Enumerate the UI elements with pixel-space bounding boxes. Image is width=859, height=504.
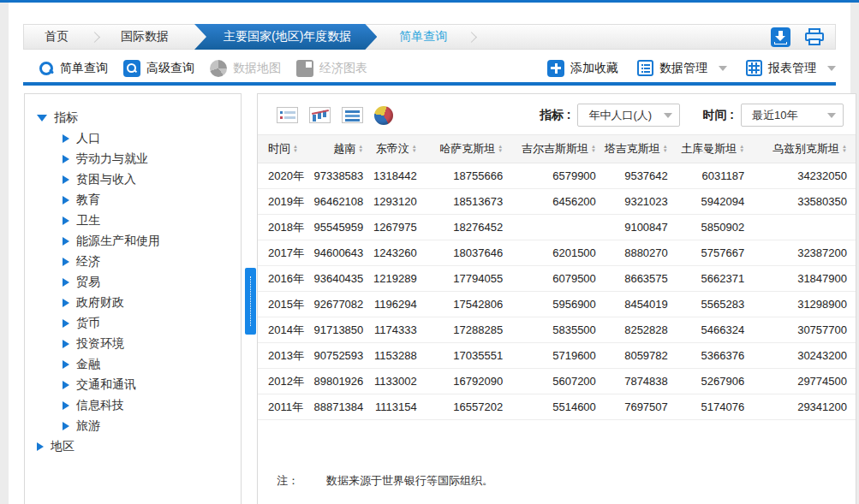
caret-down-icon — [827, 66, 836, 71]
print-icon[interactable] — [804, 27, 825, 47]
time-select[interactable]: 最近10年 — [741, 104, 844, 127]
column-header[interactable]: 塔吉克斯坦▲▼ — [605, 135, 677, 163]
advanced-query-button[interactable]: 高级查询 — [123, 60, 194, 77]
value-cell: 18513673 — [426, 189, 511, 215]
sort-icon[interactable]: ▲▼ — [663, 145, 668, 153]
value-cell: 93640435 — [313, 266, 372, 292]
value-cell: 34232050 — [753, 163, 856, 189]
column-header[interactable]: 土库曼斯坦▲▼ — [677, 135, 753, 163]
report-management-dropdown[interactable]: 报表管理 — [746, 60, 836, 76]
column-header[interactable]: 东帝汶▲▼ — [372, 135, 425, 163]
breadcrumb-annual-data-active[interactable]: 主要国家(地区)年度数据 — [194, 24, 377, 50]
column-header[interactable]: 时间▲▼ — [258, 135, 313, 163]
column-header-label: 东帝汶 — [376, 141, 409, 157]
year-cell: 2014年 — [258, 317, 313, 343]
value-cell: 17794055 — [426, 266, 511, 292]
tree-root-region[interactable]: 地区 — [37, 436, 241, 457]
value-cell: 89801926 — [313, 369, 372, 394]
value-cell: 5942094 — [677, 189, 753, 215]
year-cell: 2016年 — [258, 266, 313, 292]
pie-chart-view-icon[interactable] — [374, 106, 393, 125]
year-cell: 2020年 — [258, 163, 313, 189]
tree-item-label: 旅游 — [76, 418, 100, 434]
column-header[interactable]: 越南▲▼ — [313, 135, 372, 163]
sort-icon[interactable]: ▲▼ — [739, 145, 744, 153]
sort-icon[interactable]: ▲▼ — [498, 145, 503, 153]
advanced-search-icon — [123, 60, 140, 77]
column-header[interactable]: 乌兹别克斯坦▲▼ — [753, 135, 856, 163]
value-cell: 6079500 — [511, 266, 605, 292]
tree-item[interactable]: 交通和通讯 — [63, 375, 241, 395]
add-favorite-button[interactable]: 添加收藏 — [547, 60, 618, 77]
tree-item[interactable]: 旅游 — [63, 416, 241, 436]
year-cell: 2017年 — [258, 240, 313, 266]
year-cell: 2013年 — [258, 343, 313, 369]
horizontal-bar-view-icon[interactable] — [342, 107, 363, 123]
tree-item[interactable]: 金融 — [63, 354, 241, 375]
tree-item-label: 经济 — [76, 254, 100, 270]
breadcrumb-international-data[interactable]: 国际数据 — [100, 29, 189, 44]
sort-icon[interactable]: ▲▼ — [293, 145, 298, 153]
column-header-label: 吉尔吉斯斯坦 — [522, 141, 588, 157]
panel-resize-handle[interactable] — [245, 268, 256, 335]
simple-query-button[interactable]: 简单查询 — [39, 61, 108, 76]
map-globe-icon — [210, 60, 227, 77]
column-header[interactable]: 吉尔吉斯斯坦▲▼ — [511, 135, 605, 163]
value-cell: 9100847 — [605, 215, 677, 240]
tree-item[interactable]: 投资环境 — [63, 334, 241, 354]
tree-item-label: 政府财政 — [76, 295, 124, 311]
year-cell: 2015年 — [258, 292, 313, 317]
tree-item[interactable]: 贫困与收入 — [63, 169, 241, 190]
add-favorite-label: 添加收藏 — [570, 61, 618, 76]
tree-item[interactable]: 政府财政 — [63, 293, 241, 313]
value-cell: 8252828 — [605, 317, 677, 343]
sort-icon[interactable]: ▲▼ — [842, 145, 847, 153]
sort-icon[interactable]: ▲▼ — [358, 145, 363, 153]
value-cell: 8059782 — [605, 343, 677, 369]
value-cell: 96462108 — [313, 189, 372, 215]
column-header-label: 越南 — [333, 141, 355, 157]
tree-item[interactable]: 贸易 — [63, 272, 241, 293]
value-cell: 1293120 — [372, 189, 425, 215]
tree-item[interactable]: 教育 — [63, 190, 241, 210]
triangle-right-icon — [63, 299, 69, 307]
download-icon[interactable] — [771, 27, 790, 47]
filter-controls: 指标 : 年中人口(人) 时间 : 最近10年 — [540, 104, 844, 127]
triangle-right-icon — [63, 134, 69, 143]
tree-item[interactable]: 卫生 — [63, 210, 241, 231]
tree-item[interactable]: 劳动力与就业 — [63, 149, 241, 169]
tree-root-indicators[interactable]: 指标 — [37, 108, 241, 128]
value-cell: 17542806 — [426, 292, 511, 317]
value-cell: 5267906 — [677, 369, 753, 394]
tree-item[interactable]: 货币 — [63, 313, 241, 334]
data-panel: 指标 : 年中人口(人) 时间 : 最近10年 时间▲▼越南▲▼东帝汶▲▼哈萨克… — [257, 93, 856, 504]
tree-item[interactable]: 能源生产和使用 — [63, 231, 241, 252]
tree-item[interactable]: 人口 — [63, 128, 241, 149]
breadcrumb-simple-query[interactable]: 简单查询 — [377, 29, 466, 44]
data-map-label: 数据地图 — [233, 61, 281, 76]
data-management-label: 数据管理 — [659, 61, 707, 76]
footnote-label: 注： — [277, 473, 299, 489]
document-list-icon — [637, 60, 653, 76]
triangle-right-icon — [63, 155, 69, 163]
tree-item[interactable]: 信息科技 — [63, 395, 241, 416]
table-grid-icon — [746, 60, 762, 76]
table-row: 2019年96462108129312018513673645620093210… — [258, 189, 856, 215]
value-cell: 31298900 — [753, 292, 856, 317]
sort-icon[interactable]: ▲▼ — [412, 145, 417, 153]
table-row: 2012年89801926113300216792090560720078748… — [258, 369, 856, 394]
indicator-select[interactable]: 年中人口(人) — [577, 104, 680, 127]
value-cell: 17035551 — [426, 343, 511, 369]
value-cell: 5565283 — [677, 292, 753, 317]
tree-item[interactable]: 经济 — [63, 252, 241, 272]
bar-chart-view-icon[interactable] — [309, 107, 331, 123]
column-header-label: 塔吉克斯坦 — [605, 141, 660, 157]
column-header[interactable]: 哈萨克斯坦▲▼ — [426, 135, 511, 163]
value-cell: 88871384 — [313, 394, 372, 420]
table-view-icon[interactable] — [277, 107, 298, 123]
data-management-dropdown[interactable]: 数据管理 — [637, 60, 727, 76]
value-cell: 1267975 — [372, 215, 425, 240]
breadcrumb-home[interactable]: 首页 — [24, 29, 89, 44]
value-cell: 5956900 — [511, 292, 605, 317]
sort-icon[interactable]: ▲▼ — [591, 145, 596, 153]
